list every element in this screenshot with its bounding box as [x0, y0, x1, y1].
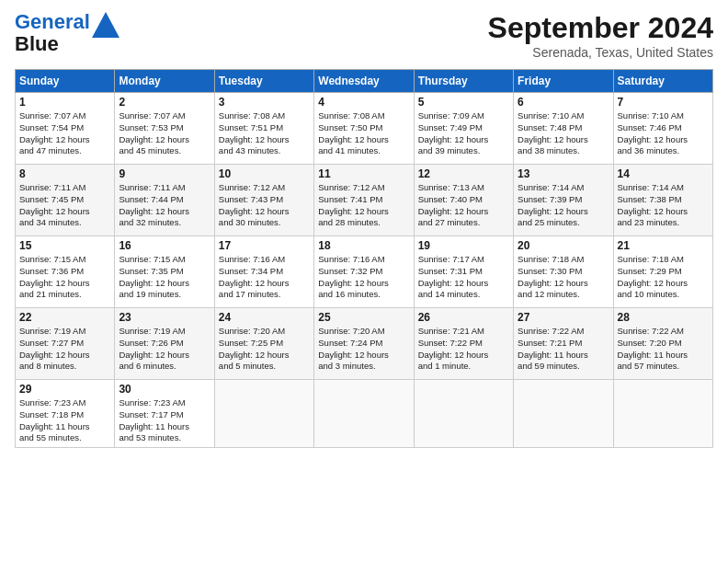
day-number: 10: [219, 167, 310, 180]
day-number: 11: [318, 167, 409, 180]
day-info: and 39 minutes.: [418, 145, 509, 157]
page: GeneralBlue September 2024 Serenada, Tex…: [0, 0, 728, 459]
day-info: Sunset: 7:48 PM: [518, 122, 609, 134]
day-number: 20: [518, 239, 609, 252]
day-info: Daylight: 12 hours: [119, 206, 210, 218]
svg-marker-0: [92, 12, 119, 38]
day-info: Sunset: 7:30 PM: [518, 266, 609, 278]
day-info: Sunrise: 7:20 AM: [318, 326, 409, 338]
day-info: Sunset: 7:41 PM: [318, 194, 409, 206]
day-info: and 1 minute.: [418, 361, 509, 373]
day-info: Sunset: 7:25 PM: [219, 338, 310, 350]
location-subtitle: Serenada, Texas, United States: [488, 45, 713, 60]
calendar-table: SundayMondayTuesdayWednesdayThursdayFrid…: [15, 69, 713, 448]
day-info: Sunrise: 7:19 AM: [19, 326, 110, 338]
day-number: 4: [318, 96, 409, 109]
day-info: Sunset: 7:40 PM: [418, 194, 509, 206]
calendar-cell: 7Sunrise: 7:10 AMSunset: 7:46 PMDaylight…: [613, 93, 712, 165]
calendar-cell: 27Sunrise: 7:22 AMSunset: 7:21 PMDayligh…: [514, 308, 613, 380]
day-info: Daylight: 12 hours: [119, 134, 210, 146]
day-number: 21: [618, 239, 709, 252]
day-info: and 30 minutes.: [219, 217, 310, 229]
day-info: and 8 minutes.: [19, 361, 110, 373]
day-info: Daylight: 12 hours: [19, 278, 110, 290]
day-info: Daylight: 11 hours: [518, 350, 609, 362]
day-info: Sunrise: 7:08 AM: [219, 110, 310, 122]
header-cell-tuesday: Tuesday: [214, 70, 313, 93]
day-info: Sunrise: 7:09 AM: [418, 110, 509, 122]
day-number: 1: [19, 96, 110, 109]
header-cell-thursday: Thursday: [414, 70, 513, 93]
calendar-week-3: 15Sunrise: 7:15 AMSunset: 7:36 PMDayligh…: [16, 236, 713, 308]
day-number: 12: [418, 167, 509, 180]
header: GeneralBlue September 2024 Serenada, Tex…: [15, 11, 713, 60]
calendar-cell: 13Sunrise: 7:14 AMSunset: 7:39 PMDayligh…: [514, 165, 613, 236]
day-number: 30: [119, 383, 210, 396]
day-info: Sunset: 7:50 PM: [318, 122, 409, 134]
day-info: and 53 minutes.: [119, 432, 210, 444]
day-info: Sunrise: 7:21 AM: [418, 326, 509, 338]
calendar-body: 1Sunrise: 7:07 AMSunset: 7:54 PMDaylight…: [16, 93, 713, 448]
calendar-cell: [314, 380, 414, 448]
calendar-cell: 24Sunrise: 7:20 AMSunset: 7:25 PMDayligh…: [214, 308, 313, 380]
day-info: Sunset: 7:54 PM: [19, 122, 110, 134]
calendar-week-4: 22Sunrise: 7:19 AMSunset: 7:27 PMDayligh…: [16, 308, 713, 380]
day-number: 3: [219, 96, 310, 109]
day-info: Daylight: 12 hours: [19, 134, 110, 146]
day-info: and 36 minutes.: [618, 145, 709, 157]
day-info: and 41 minutes.: [318, 145, 409, 157]
day-number: 24: [219, 311, 310, 324]
calendar-cell: 14Sunrise: 7:14 AMSunset: 7:38 PMDayligh…: [613, 165, 712, 236]
day-number: 17: [219, 239, 310, 252]
day-info: Sunrise: 7:17 AM: [418, 254, 509, 266]
day-info: Sunset: 7:43 PM: [219, 194, 310, 206]
calendar-cell: 2Sunrise: 7:07 AMSunset: 7:53 PMDaylight…: [115, 93, 214, 165]
calendar-cell: 11Sunrise: 7:12 AMSunset: 7:41 PMDayligh…: [314, 165, 414, 236]
day-info: Sunset: 7:51 PM: [219, 122, 310, 134]
day-info: Sunrise: 7:07 AM: [19, 110, 110, 122]
day-info: and 6 minutes.: [119, 361, 210, 373]
day-info: Daylight: 12 hours: [119, 350, 210, 362]
day-info: Daylight: 12 hours: [219, 278, 310, 290]
calendar-cell: 23Sunrise: 7:19 AMSunset: 7:26 PMDayligh…: [115, 308, 214, 380]
calendar-cell: 9Sunrise: 7:11 AMSunset: 7:44 PMDaylight…: [115, 165, 214, 236]
calendar-cell: 5Sunrise: 7:09 AMSunset: 7:49 PMDaylight…: [414, 93, 513, 165]
calendar-cell: 29Sunrise: 7:23 AMSunset: 7:18 PMDayligh…: [16, 380, 115, 448]
logo-text: GeneralBlue: [15, 11, 90, 55]
header-cell-friday: Friday: [514, 70, 613, 93]
day-info: and 10 minutes.: [618, 289, 709, 301]
day-info: Sunrise: 7:08 AM: [318, 110, 409, 122]
day-info: Sunrise: 7:13 AM: [418, 182, 509, 194]
calendar-cell: 26Sunrise: 7:21 AMSunset: 7:22 PMDayligh…: [414, 308, 513, 380]
day-number: 26: [418, 311, 509, 324]
day-info: Sunset: 7:18 PM: [19, 409, 110, 421]
calendar-cell: [514, 380, 613, 448]
day-info: Sunset: 7:17 PM: [119, 409, 210, 421]
calendar-cell: 3Sunrise: 7:08 AMSunset: 7:51 PMDaylight…: [214, 93, 313, 165]
day-number: 27: [518, 311, 609, 324]
day-info: Sunset: 7:49 PM: [418, 122, 509, 134]
day-info: and 12 minutes.: [518, 289, 609, 301]
day-info: Daylight: 12 hours: [418, 206, 509, 218]
calendar-cell: [214, 380, 313, 448]
day-info: Sunrise: 7:18 AM: [618, 254, 709, 266]
day-number: 9: [119, 167, 210, 180]
calendar-cell: 12Sunrise: 7:13 AMSunset: 7:40 PMDayligh…: [414, 165, 513, 236]
day-number: 13: [518, 167, 609, 180]
calendar-cell: 21Sunrise: 7:18 AMSunset: 7:29 PMDayligh…: [613, 236, 712, 308]
day-info: Daylight: 12 hours: [219, 206, 310, 218]
day-info: Sunset: 7:32 PM: [318, 266, 409, 278]
day-info: and 55 minutes.: [19, 432, 110, 444]
day-info: Daylight: 11 hours: [119, 421, 210, 433]
day-info: and 17 minutes.: [219, 289, 310, 301]
day-info: Daylight: 12 hours: [518, 134, 609, 146]
day-info: Sunset: 7:39 PM: [518, 194, 609, 206]
day-info: and 28 minutes.: [318, 217, 409, 229]
day-info: Daylight: 12 hours: [418, 350, 509, 362]
day-info: Sunrise: 7:16 AM: [318, 254, 409, 266]
day-info: Daylight: 12 hours: [119, 278, 210, 290]
day-info: Daylight: 12 hours: [418, 278, 509, 290]
day-info: Sunrise: 7:16 AM: [219, 254, 310, 266]
day-info: Daylight: 12 hours: [618, 278, 709, 290]
day-info: and 38 minutes.: [518, 145, 609, 157]
